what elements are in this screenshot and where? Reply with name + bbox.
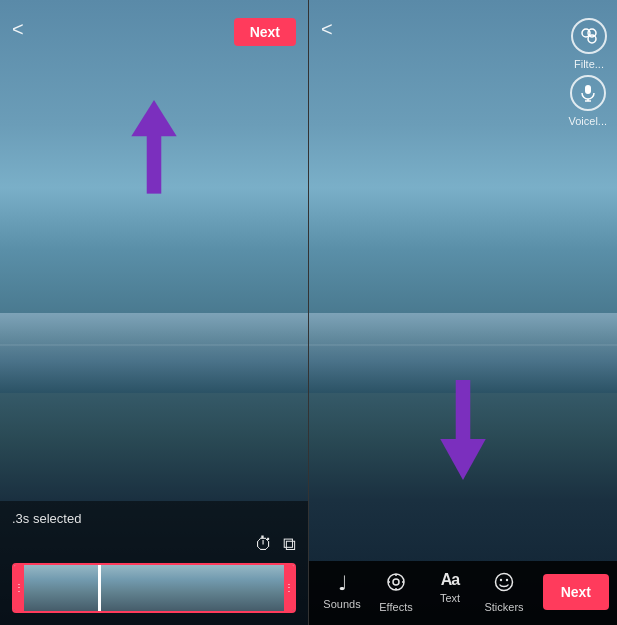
svg-point-5 — [588, 29, 596, 37]
stickers-label: Stickers — [484, 601, 523, 613]
svg-marker-10 — [440, 439, 485, 480]
timeline-cursor — [98, 565, 101, 611]
wave-area — [0, 313, 308, 393]
filter-icon — [571, 18, 607, 54]
svg-point-19 — [506, 579, 508, 581]
panel-left: < Next .3s selected ⏱ ⧉ ⋮ — [0, 0, 308, 625]
text-button[interactable]: Aa Text — [425, 571, 475, 613]
panel-right: < Filte... Voicel... — [309, 0, 617, 625]
stickers-button[interactable]: Stickers — [479, 571, 529, 613]
selected-text: .3s selected — [12, 511, 296, 526]
text-icon: Aa — [441, 571, 459, 589]
panel2-toolbar: ♩ Sounds Effects Aa — [309, 561, 617, 625]
voiceover-button[interactable]: Voicel... — [568, 75, 607, 127]
timeline-handle-left[interactable]: ⋮ — [14, 565, 24, 611]
timeline-handle-right[interactable]: ⋮ — [284, 565, 294, 611]
svg-point-18 — [500, 579, 502, 581]
svg-point-17 — [496, 574, 513, 591]
copy-icon[interactable]: ⧉ — [283, 534, 296, 555]
timeline-thumbnail — [14, 565, 294, 611]
svg-rect-6 — [585, 85, 591, 94]
back-button[interactable]: < — [12, 18, 24, 41]
filter-button[interactable]: Filte... — [571, 18, 607, 70]
mic-icon — [570, 75, 606, 111]
toolbar-items: ♩ Sounds Effects Aa — [317, 571, 543, 613]
sounds-button[interactable]: ♩ Sounds — [317, 571, 367, 613]
svg-marker-1 — [131, 100, 176, 136]
filter-label: Filte... — [574, 58, 604, 70]
timeline-bar[interactable]: ⋮ ⋮ — [12, 563, 296, 613]
timeline-controls: ⏱ ⧉ — [12, 534, 296, 555]
stickers-icon — [493, 571, 515, 598]
effects-button[interactable]: Effects — [371, 571, 421, 613]
arrow-down-indicator — [428, 380, 498, 484]
svg-point-11 — [388, 574, 404, 590]
svg-point-12 — [393, 579, 399, 585]
arrow-up-indicator — [119, 100, 189, 204]
svg-rect-9 — [456, 380, 471, 439]
voiceover-label: Voicel... — [568, 115, 607, 127]
effects-label: Effects — [379, 601, 412, 613]
panel1-bottom-area: .3s selected ⏱ ⧉ ⋮ ⋮ — [0, 501, 308, 625]
timer-icon[interactable]: ⏱ — [255, 534, 273, 555]
next-button-panel1[interactable]: Next — [234, 18, 296, 46]
sounds-icon: ♩ — [338, 571, 347, 595]
svg-rect-2 — [147, 135, 162, 194]
back-button-2[interactable]: < — [321, 18, 333, 41]
text-label: Text — [440, 592, 460, 604]
next-button-panel2[interactable]: Next — [543, 574, 609, 610]
effects-icon — [385, 571, 407, 598]
sounds-label: Sounds — [323, 598, 360, 610]
